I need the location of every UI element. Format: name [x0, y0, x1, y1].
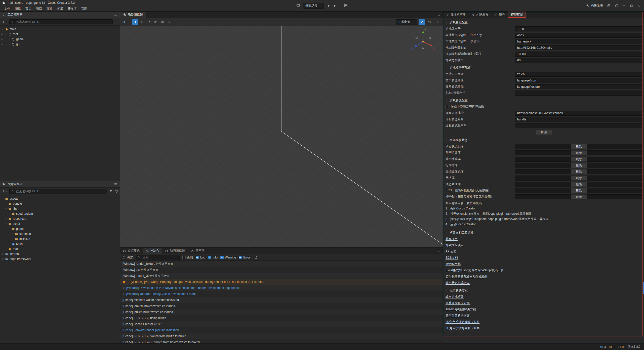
expand-arrow-icon[interactable] — [11, 238, 14, 240]
console-clear-button[interactable]: 清空 — [123, 255, 133, 259]
menu-item[interactable]: 项目 — [34, 6, 44, 12]
inspector-tab[interactable]: 构建发布 — [469, 12, 491, 18]
asset-node[interactable]: internal — [0, 251, 120, 256]
expand-arrow-icon[interactable] — [8, 38, 10, 40]
expand-arrow-icon[interactable] — [5, 203, 7, 205]
log-entry[interactable]: [Window] Download the Vue Devtools exten… — [120, 285, 443, 291]
asset-node[interactable]: TSMain — [0, 241, 120, 246]
log-entry[interactable]: [Window] model_view文件夹不存在 — [120, 273, 443, 279]
asset-node[interactable]: seedrandom — [0, 211, 120, 216]
field-input[interactable] — [515, 84, 642, 89]
menu-item[interactable]: 开发者 — [65, 6, 79, 12]
hierarchy-node[interactable]: main — [0, 27, 120, 32]
console-export-icon[interactable] — [254, 256, 258, 259]
scrollbar-thumb[interactable] — [643, 282, 644, 294]
field-input[interactable] — [515, 78, 642, 83]
collapse-arrow-icon[interactable] — [2, 198, 4, 200]
scene-menu-icon[interactable] — [437, 13, 441, 17]
filter-warning[interactable]: Warning — [220, 256, 236, 259]
asset-node[interactable]: initialize — [0, 236, 120, 241]
log-entry[interactable]: [Scene] [PHYSICS2D]: switch from box2d-w… — [120, 339, 443, 343]
doc-link[interactable]: MVVM文档 — [446, 262, 461, 266]
log-entry[interactable]: [Window] ecs文件夹不存在 — [120, 267, 443, 273]
doc-link[interactable]: Tiledmap地图解决方案 — [446, 307, 476, 312]
field-input[interactable] — [515, 123, 642, 128]
scene-dropdown[interactable]: 当前场景 — [303, 3, 324, 9]
assets-search-input[interactable] — [16, 189, 106, 193]
filter-info[interactable]: Info — [208, 256, 218, 259]
doc-link[interactable]: 新手引导解决方案 — [446, 314, 470, 318]
log-entry[interactable]: [Scene] [PHYSICS]: switch from builtin t… — [120, 333, 443, 339]
menu-item[interactable]: 文件 — [2, 6, 13, 12]
asset-node[interactable]: resources — [0, 216, 120, 221]
asset-node[interactable]: libs — [0, 206, 120, 211]
projection-toggle[interactable]: 3D — [123, 20, 129, 24]
menu-item[interactable]: 面板 — [44, 6, 55, 12]
delete-button[interactable]: 删除 — [571, 182, 587, 187]
field-input[interactable] — [515, 72, 642, 77]
log-entry[interactable]: [Scene] [box2d]:box2d wasm lib loaded. — [120, 303, 443, 309]
doc-link[interactable]: ECS文档 — [446, 256, 458, 260]
inspector-tab[interactable]: 服务 — [491, 12, 508, 18]
expand-arrow-icon[interactable] — [127, 281, 129, 283]
assets-refresh-icon[interactable] — [114, 190, 118, 193]
status-warn-count[interactable]: 1 — [609, 345, 615, 349]
field-input[interactable] — [515, 91, 642, 96]
doc-link[interactable]: 原生包热更新配置自动生成插件 — [446, 275, 488, 279]
field-input[interactable] — [515, 111, 642, 116]
doc-link[interactable]: 教程项目 — [446, 237, 458, 241]
view-mode-dropdown[interactable]: 正常浏览 — [396, 19, 417, 25]
expand-arrow-icon[interactable] — [2, 258, 4, 260]
tool-recttool-button[interactable] — [153, 19, 159, 25]
filter-checkbox[interactable] — [208, 256, 211, 259]
menu-item[interactable]: 编辑 — [13, 6, 23, 12]
tool-snap-button[interactable] — [166, 19, 172, 25]
menu-item[interactable]: 帮助 — [79, 6, 90, 12]
preview-target-icon[interactable] — [296, 4, 300, 8]
asset-node[interactable]: bundle — [0, 201, 120, 206]
status-error-count[interactable]: 0 — [618, 345, 624, 349]
section-header[interactable]: 游戏资源配置 — [443, 97, 644, 104]
layout-button[interactable] — [344, 4, 348, 8]
minimize-button[interactable] — [623, 4, 626, 7]
expand-arrow-icon[interactable] — [123, 287, 125, 289]
expand-arrow-icon[interactable] — [8, 43, 10, 46]
step-button[interactable] — [334, 4, 337, 8]
asset-node[interactable]: game — [0, 226, 120, 231]
hierarchy-node[interactable]: root — [0, 32, 120, 37]
delete-button[interactable]: 删除 — [571, 176, 587, 181]
field-input[interactable] — [515, 39, 642, 44]
expand-arrow-icon[interactable] — [123, 293, 125, 295]
expand-arrow-icon[interactable] — [5, 218, 7, 220]
doc-link[interactable]: API文档 — [446, 249, 456, 254]
scene-camera-button[interactable] — [426, 19, 432, 25]
section-header[interactable]: 框架文档工具链接 — [443, 229, 644, 236]
log-entry[interactable]: [Scene] Forward render pipeline initiali… — [120, 327, 443, 333]
section-header[interactable]: 游戏基础配置 — [443, 19, 644, 26]
field-input[interactable] — [515, 33, 642, 38]
log-entry[interactable]: [Scene] Cocos Creator v3.8.2 — [120, 321, 443, 327]
section-header[interactable]: 框架模块裁剪 — [443, 137, 644, 143]
console-tab[interactable]: 资源预览 — [120, 248, 143, 254]
log-entry[interactable]: [Scene] [bullet]:bullet wasm lib loaded. — [120, 309, 443, 315]
doc-link[interactable]: 3D角色扮演游戏解决方案 — [446, 326, 479, 330]
console-menu-icon[interactable] — [437, 249, 441, 253]
scene-settings-button[interactable] — [434, 19, 440, 25]
scene-editor-tab[interactable]: 场景编辑器 — [120, 12, 146, 18]
menu-item[interactable]: 扩展 — [55, 6, 65, 12]
filter-log[interactable]: Log — [196, 256, 205, 259]
hierarchy-search[interactable] — [9, 19, 113, 24]
console-tab[interactable]: 动画编辑器 — [162, 248, 188, 254]
tool-scale-button[interactable] — [146, 19, 152, 25]
remote-load-checkbox[interactable] — [446, 105, 449, 108]
section-header[interactable]: 游戏多语言配置 — [443, 64, 644, 71]
filter-error[interactable]: Error — [239, 256, 250, 259]
lock-icon[interactable] — [1, 43, 3, 46]
assets-sort-icon[interactable] — [109, 190, 113, 193]
expand-arrow-icon[interactable] — [2, 253, 4, 255]
field-input[interactable] — [515, 117, 642, 122]
inspector-tab[interactable]: 属性检查器 — [443, 12, 469, 18]
field-input[interactable] — [515, 45, 642, 50]
collapse-arrow-icon[interactable] — [5, 33, 7, 35]
hierarchy-filter-icon[interactable] — [114, 20, 118, 24]
